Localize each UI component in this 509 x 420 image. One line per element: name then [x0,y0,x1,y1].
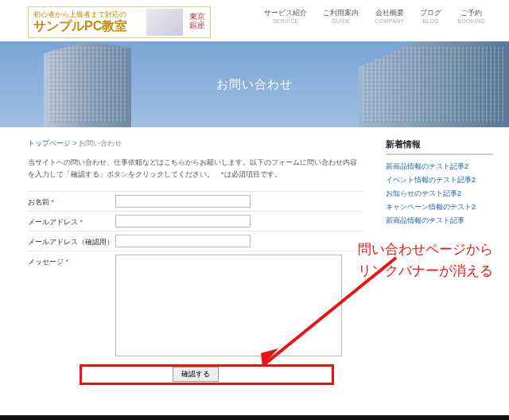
label-name: お名前 [28,198,49,206]
label-email: メールアドレス [28,218,78,226]
header-bar: 初心者から上級者まで対応の サンプルPC教室 東京 銀座 サービス紹介 SERV… [0,0,509,41]
nav-service[interactable]: サービス紹介 SERVICE [256,6,315,25]
news-item[interactable]: 新商品情報のテスト記事2 [386,160,493,173]
row-name: お名前 * [28,191,363,211]
input-email[interactable] [115,215,251,228]
hero-building-right [358,41,509,127]
news-item[interactable]: 新商品情報のテスト記事 [386,214,493,228]
req-mark: * [66,258,69,266]
nav-blog[interactable]: ブログ BLOG [412,6,449,25]
breadcrumb-sep: > [73,139,77,147]
brand-photo [146,9,183,36]
nav-guide[interactable]: ご利用案内 GUIDE [315,6,367,25]
hero: お問い合わせ [0,41,509,127]
page-title: お問い合わせ [216,77,293,92]
annotation-arrow [239,247,429,382]
news-item[interactable]: イベント情報のテスト記事2 [386,173,493,187]
nav-booking[interactable]: ご予約 BOOKING [449,6,493,25]
news-list: 新商品情報のテスト記事2 イベント情報のテスト記事2 お知らせのテスト記事2 キ… [386,160,493,228]
annotation-box [80,364,334,385]
hero-building-left [44,41,131,127]
nav-company[interactable]: 会社概要 COMPANY [367,6,412,25]
input-email-confirm[interactable] [115,235,251,247]
breadcrumb-current: お問い合わせ [79,139,122,147]
svg-line-0 [262,258,396,366]
banner-removed-area [0,391,509,415]
sidebar-heading: 新着情報 [386,138,493,155]
brand-location: 東京 銀座 [189,12,205,29]
input-name[interactable] [115,195,251,208]
site-logo[interactable]: 初心者から上級者まで対応の サンプルPC教室 東京 銀座 [28,6,211,38]
breadcrumb-home[interactable]: トップページ [28,139,71,147]
footer: Habakiri theme by モンキーレンチ Powered by Wor… [0,415,509,420]
req-mark: * [52,198,55,206]
news-item[interactable]: お知らせのテスト記事2 [386,187,493,200]
label-message: メッセージ [28,258,64,266]
label-email2: メールアドレス（確認用） [28,238,114,246]
global-nav: サービス紹介 SERVICE ご利用案内 GUIDE 会社概要 COMPANY … [256,6,493,25]
breadcrumb: トップページ > お問い合わせ [28,138,363,149]
news-item[interactable]: キャンペーン情報のテスト2 [386,200,493,214]
req-mark: * [80,218,84,226]
lead-text: 当サイトへの問い合わせ、仕事依頼などはこちらからお願いします。以下のフォームに問… [28,157,363,181]
row-email: メールアドレス * [28,211,363,231]
